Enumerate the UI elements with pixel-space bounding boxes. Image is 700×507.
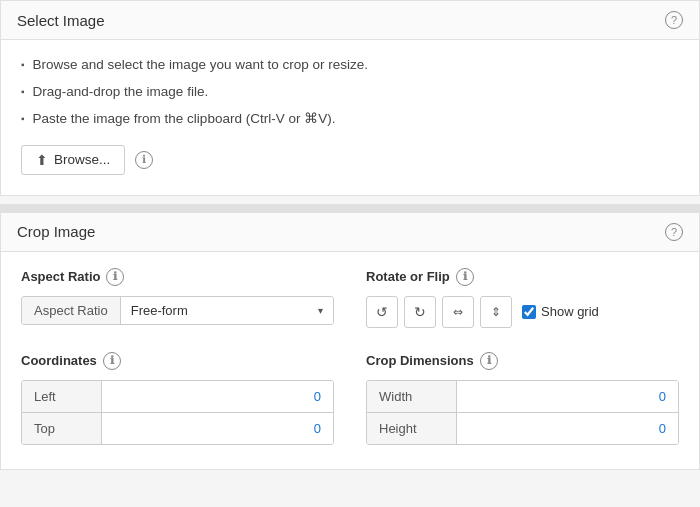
show-grid-text: Show grid	[541, 304, 599, 319]
coordinates-left-row: Left 0	[22, 381, 333, 413]
aspect-ratio-label: Aspect Ratio	[21, 269, 100, 284]
crop-image-body: Aspect Ratio ℹ Aspect Ratio Free-form ▾ …	[1, 252, 699, 469]
rotate-left-button[interactable]: ↺	[366, 296, 398, 328]
instruction-item-2: Drag-and-drop the image file.	[21, 83, 679, 102]
select-image-body: Browse and select the image you want to …	[1, 40, 699, 195]
crop-image-help-icon[interactable]: ?	[665, 223, 683, 241]
coord-top-label: Top	[22, 413, 102, 444]
upload-icon: ⬆	[36, 152, 48, 168]
select-image-header: Select Image ?	[1, 1, 699, 40]
crop-dimensions-panel: Crop Dimensions ℹ Width 0 Height 0	[366, 352, 679, 445]
select-image-title: Select Image	[17, 12, 105, 29]
instruction-text-1: Browse and select the image you want to …	[33, 56, 368, 75]
rotate-right-icon: ↻	[414, 304, 426, 320]
instruction-item-1: Browse and select the image you want to …	[21, 56, 679, 75]
coordinates-table: Left 0 Top 0	[21, 380, 334, 445]
crop-dimensions-label: Crop Dimensions	[366, 353, 474, 368]
rotate-flip-label: Rotate or Flip	[366, 269, 450, 284]
aspect-ratio-value: Free-form	[131, 303, 188, 318]
browse-button-label: Browse...	[54, 152, 110, 167]
flip-v-icon: ⇕	[491, 305, 501, 319]
rotate-right-button[interactable]: ↻	[404, 296, 436, 328]
coordinates-panel: Coordinates ℹ Left 0 Top 0	[21, 352, 334, 445]
coordinates-label-row: Coordinates ℹ	[21, 352, 334, 370]
crop-width-value[interactable]: 0	[457, 381, 678, 412]
coord-left-label: Left	[22, 381, 102, 412]
browse-button[interactable]: ⬆ Browse...	[21, 145, 125, 175]
browse-row: ⬆ Browse... ℹ	[21, 145, 679, 175]
aspect-ratio-label-row: Aspect Ratio ℹ	[21, 268, 334, 286]
aspect-ratio-control: Aspect Ratio Free-form ▾	[21, 296, 334, 325]
instructions-list: Browse and select the image you want to …	[21, 56, 679, 129]
browse-info-icon[interactable]: ℹ	[135, 151, 153, 169]
rotate-flip-info-icon[interactable]: ℹ	[456, 268, 474, 286]
coordinates-info-icon[interactable]: ℹ	[103, 352, 121, 370]
crop-height-value[interactable]: 0	[457, 413, 678, 444]
coordinates-label: Coordinates	[21, 353, 97, 368]
aspect-ratio-select[interactable]: Free-form ▾	[121, 297, 333, 324]
flip-vertical-button[interactable]: ⇕	[480, 296, 512, 328]
rotate-flip-label-row: Rotate or Flip ℹ	[366, 268, 679, 286]
show-grid-label[interactable]: Show grid	[522, 304, 599, 319]
crop-dimensions-table: Width 0 Height 0	[366, 380, 679, 445]
show-grid-checkbox[interactable]	[522, 305, 536, 319]
select-image-help-icon[interactable]: ?	[665, 11, 683, 29]
crop-width-row: Width 0	[367, 381, 678, 413]
aspect-ratio-info-icon[interactable]: ℹ	[106, 268, 124, 286]
flip-horizontal-button[interactable]: ⇔	[442, 296, 474, 328]
rotate-flip-panel: Rotate or Flip ℹ ↺ ↻ ⇔ ⇕	[366, 268, 679, 328]
instruction-item-3: Paste the image from the clipboard (Ctrl…	[21, 110, 679, 129]
aspect-ratio-cell-label: Aspect Ratio	[22, 297, 121, 324]
crop-image-title: Crop Image	[17, 223, 95, 240]
crop-grid: Aspect Ratio ℹ Aspect Ratio Free-form ▾ …	[21, 268, 679, 445]
aspect-ratio-panel: Aspect Ratio ℹ Aspect Ratio Free-form ▾	[21, 268, 334, 328]
flip-h-icon: ⇔	[453, 305, 463, 319]
section-separator	[0, 204, 700, 212]
rotate-controls: ↺ ↻ ⇔ ⇕ Show grid	[366, 296, 679, 328]
instruction-text-3: Paste the image from the clipboard (Ctrl…	[33, 110, 336, 129]
crop-image-section: Crop Image ? Aspect Ratio ℹ Aspect Ratio…	[0, 212, 700, 470]
coordinates-top-row: Top 0	[22, 413, 333, 444]
select-image-section: Select Image ? Browse and select the ima…	[0, 0, 700, 196]
crop-dimensions-label-row: Crop Dimensions ℹ	[366, 352, 679, 370]
coord-top-value[interactable]: 0	[102, 413, 333, 444]
crop-height-label: Height	[367, 413, 457, 444]
aspect-ratio-dropdown-arrow: ▾	[318, 305, 323, 316]
crop-dimensions-info-icon[interactable]: ℹ	[480, 352, 498, 370]
crop-image-header: Crop Image ?	[1, 213, 699, 252]
instruction-text-2: Drag-and-drop the image file.	[33, 83, 209, 102]
rotate-left-icon: ↺	[376, 304, 388, 320]
coord-left-value[interactable]: 0	[102, 381, 333, 412]
crop-height-row: Height 0	[367, 413, 678, 444]
crop-width-label: Width	[367, 381, 457, 412]
